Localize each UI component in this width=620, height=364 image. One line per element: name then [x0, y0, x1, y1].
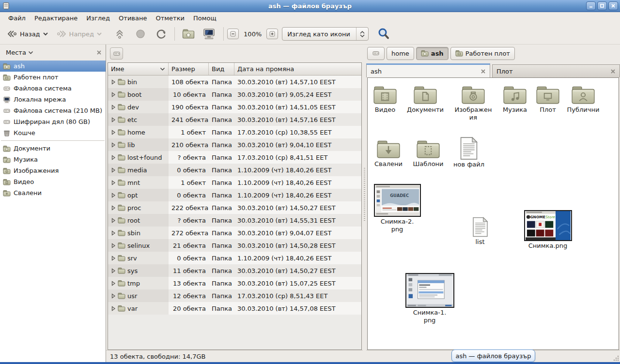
sidebar-item-шифриран-дял-80-gb-[interactable]: Шифриран дял (80 GB): [0, 116, 106, 127]
expander-icon[interactable]: [111, 193, 116, 198]
table-row-var[interactable]: var 20 обекта Папка 30.03.2010 (вт) 14,5…: [108, 302, 361, 315]
table-row-lost+found[interactable]: lost+found ? обекта Папка 17.03.2010 (ср…: [108, 151, 361, 164]
table-row-lib[interactable]: lib 210 обекта Папка 30.03.2010 (вт) 9,0…: [108, 138, 361, 151]
folder-icon: [571, 85, 595, 105]
icon-item-публични[interactable]: Публични: [559, 85, 607, 114]
table-row-sys[interactable]: sys 11 обекта Папка 30.03.2010 (вт) 14,5…: [108, 264, 361, 277]
expander-icon[interactable]: [111, 142, 116, 148]
icon-view[interactable]: ВидеоДокументиИзображен ияМузикаПлотПубл…: [367, 77, 619, 350]
table-row-usr[interactable]: usr 12 обекта Папка 17.03.2010 (ср) 8,51…: [108, 289, 361, 302]
forward-button[interactable]: Напред: [52, 26, 106, 42]
pane-location-button[interactable]: [110, 47, 123, 60]
icon-item-изображен-ия[interactable]: Изображен ия: [449, 85, 497, 122]
file-type: Папка: [209, 204, 234, 212]
icon-item-снимка-1.-png[interactable]: Снимка-1. png: [401, 273, 459, 325]
zoom-out-button[interactable]: [227, 29, 239, 39]
tab-плот[interactable]: Плот: [492, 64, 620, 77]
computer-button[interactable]: [199, 26, 220, 42]
expander-icon[interactable]: [111, 180, 116, 185]
sidebar-item-кошче[interactable]: Кошче: [0, 127, 106, 138]
column-header-type[interactable]: Вид: [209, 63, 234, 75]
table-row-mnt[interactable]: mnt 1 обект Папка 1.10.2009 (чт) 18,40,2…: [108, 176, 361, 189]
file-name: etc: [127, 116, 137, 123]
sidebar-item-локална-мрежа[interactable]: Локална мрежа: [0, 94, 106, 105]
minimize-button[interactable]: [586, 1, 596, 10]
table-row-boot[interactable]: boot 10 обекта Папка 30.03.2010 (вт) 9,0…: [108, 88, 361, 101]
path-button-home[interactable]: home: [387, 47, 414, 60]
expander-icon[interactable]: [111, 130, 116, 135]
expander-icon[interactable]: [111, 218, 116, 223]
expander-icon[interactable]: [111, 92, 116, 97]
view-mode-select[interactable]: Изглед като икони: [282, 27, 369, 41]
menu-1[interactable]: Редактиране: [30, 13, 82, 23]
table-row-dev[interactable]: dev 190 обекта Папка 30.03.2010 (вт) 14,…: [108, 101, 361, 113]
menu-4[interactable]: Отметки: [151, 13, 188, 23]
table-row-selinux[interactable]: selinux 21 обекта Папка 30.03.2010 (вт) …: [108, 239, 361, 252]
expander-icon[interactable]: [111, 256, 116, 261]
path-button-root[interactable]: [367, 47, 385, 60]
back-button[interactable]: Назад: [3, 26, 52, 42]
icon-item-снимка.png[interactable]: GNOME Store Снимка.png: [519, 210, 577, 250]
path-button-Работен плот[interactable]: Работен плот: [450, 47, 515, 60]
sidebar-item-документи[interactable]: Документи: [0, 143, 106, 154]
tab-ash[interactable]: ash: [366, 63, 490, 77]
expander-icon[interactable]: [111, 205, 116, 211]
icon-item-list[interactable]: list: [456, 217, 504, 246]
menu-2[interactable]: Изглед: [82, 13, 114, 23]
up-button[interactable]: [111, 26, 128, 42]
expander-icon[interactable]: [111, 105, 116, 110]
expander-icon[interactable]: [111, 167, 116, 173]
close-button[interactable]: [608, 1, 618, 10]
expander-icon[interactable]: [111, 281, 116, 286]
sidebar-pane-select[interactable]: Места: [4, 48, 35, 57]
table-row-tmp[interactable]: tmp 13 обекта Папка 30.03.2010 (вт) 15,0…: [108, 277, 361, 289]
tab-close-icon[interactable]: [610, 69, 616, 74]
search-button[interactable]: [373, 26, 394, 42]
column-header-size[interactable]: Размер: [169, 63, 209, 75]
reload-button[interactable]: [152, 26, 171, 42]
tab-close-icon[interactable]: [480, 69, 486, 74]
icon-item-нов-файл[interactable]: нов файл: [445, 137, 493, 168]
table-row-etc[interactable]: etc 241 обекта Папка 30.03.2010 (вт) 14,…: [108, 113, 361, 126]
pane-splitter[interactable]: [363, 45, 366, 362]
resize-grip-icon[interactable]: [613, 355, 620, 362]
maximize-button[interactable]: [597, 1, 607, 10]
expander-icon[interactable]: [111, 230, 116, 236]
menu-3[interactable]: Отиване: [114, 13, 151, 23]
sidebar-item-файлова-система[interactable]: Файлова система: [0, 83, 106, 94]
title-bar[interactable]: ash — файлов браузър: [0, 0, 620, 12]
table-row-bin[interactable]: bin 108 обекта Папка 30.03.2010 (вт) 14,…: [108, 76, 361, 88]
expander-icon[interactable]: [111, 293, 116, 299]
sidebar-close-icon[interactable]: [96, 50, 102, 55]
expander-icon[interactable]: [111, 117, 116, 122]
column-header-date[interactable]: Дата на промяна: [234, 63, 361, 75]
expander-icon[interactable]: [111, 306, 116, 311]
menu-0[interactable]: Файл: [4, 13, 30, 23]
icon-item-снимка-2.-png[interactable]: GUADEC Снимка-2. png: [368, 184, 426, 234]
table-row-home[interactable]: home 1 обект Папка 17.03.2010 (ср) 10,38…: [108, 126, 361, 138]
table-row-sbin[interactable]: sbin 272 обекта Папка 30.03.2010 (вт) 9,…: [108, 227, 361, 239]
column-header-name[interactable]: Име: [108, 63, 169, 75]
menu-5[interactable]: Помощ: [189, 13, 221, 23]
sidebar-item-видео[interactable]: Видео: [0, 176, 106, 187]
home-button[interactable]: [178, 26, 199, 42]
table-row-opt[interactable]: opt 0 обекта Папка 1.10.2009 (чт) 18,40,…: [108, 189, 361, 201]
sidebar-item-изображения[interactable]: Изображения: [0, 165, 106, 176]
sidebar-item-файлова-система-210-mb-[interactable]: Файлова система (210 MB): [0, 105, 106, 116]
table-row-media[interactable]: media 0 обекта Папка 1.10.2009 (чт) 18,4…: [108, 164, 361, 176]
expander-icon[interactable]: [111, 79, 116, 85]
table-row-root[interactable]: root ? обекта Папка 30.03.2010 (вт) 14,5…: [108, 214, 361, 227]
expander-icon[interactable]: [111, 155, 116, 160]
sidebar-item-свалени[interactable]: Свалени: [0, 187, 106, 198]
table-row-srv[interactable]: srv 0 обекта Папка 1.10.2009 (чт) 18,40,…: [108, 252, 361, 264]
icon-item-документи[interactable]: Документи: [401, 85, 450, 114]
expander-icon[interactable]: [111, 268, 116, 273]
sidebar-item-ash[interactable]: ash: [0, 61, 106, 72]
expander-icon[interactable]: [111, 243, 116, 248]
sidebar-item-работен-плот[interactable]: Работен плот: [0, 72, 106, 83]
sidebar-item-музика[interactable]: Музика: [0, 154, 106, 165]
zoom-in-button[interactable]: [266, 29, 278, 39]
stop-button[interactable]: [131, 26, 150, 42]
path-button-ash[interactable]: ash: [416, 47, 449, 60]
table-row-proc[interactable]: proc 222 обекта Папка 30.03.2010 (вт) 14…: [108, 201, 361, 214]
